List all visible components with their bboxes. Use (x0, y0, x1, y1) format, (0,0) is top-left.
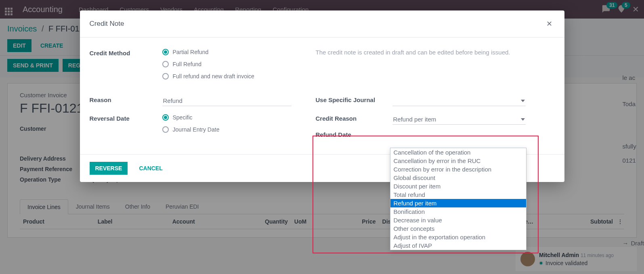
radio-icon (162, 49, 169, 55)
radio-full-refund-draft[interactable]: Full refund and new draft invoice (162, 73, 316, 79)
radio-icon (162, 114, 169, 121)
dropdown-option[interactable]: Discount per item (390, 182, 526, 190)
reason-input[interactable] (162, 96, 292, 106)
reason-label: Reason (90, 96, 162, 106)
cancel-button[interactable]: CANCEL (134, 162, 167, 175)
radio-specific-date[interactable]: Specific (162, 114, 316, 121)
radio-journal-entry-date[interactable]: Journal Entry Date (162, 126, 316, 133)
journal-label: Use Specific Journal (316, 96, 392, 106)
dropdown-option[interactable]: Adjust of IVAP (390, 241, 526, 250)
dropdown-option[interactable]: Other concepts (390, 224, 526, 233)
credit-method-label: Credit Method (90, 49, 162, 79)
radio-icon (162, 126, 169, 133)
dropdown-option[interactable]: Cancellation by error in the RUC (390, 157, 526, 165)
reverse-button[interactable]: REVERSE (90, 162, 128, 175)
credit-reason-label: Credit Reason (316, 114, 392, 125)
journal-select[interactable] (392, 96, 526, 106)
chevron-down-icon (521, 100, 525, 102)
refund-date-label: Refund Date (316, 130, 392, 138)
dropdown-option[interactable]: Cancellation of the operation (390, 148, 526, 157)
modal-title: Credit Note (90, 20, 124, 28)
radio-full-refund[interactable]: Full Refund (162, 61, 316, 67)
modal-overlay: Credit Note ✕ Credit Method Partial Refu… (0, 0, 644, 274)
dropdown-option[interactable]: Global discount (390, 174, 526, 182)
dropdown-option[interactable]: Bonification (390, 207, 526, 216)
radio-icon (162, 61, 169, 67)
dropdown-option[interactable]: Total refund (390, 190, 526, 199)
dropdown-option[interactable]: Decrease in value (390, 216, 526, 224)
dropdown-option[interactable]: Refund per item (390, 199, 526, 207)
credit-reason-dropdown: Cancellation of the operationCancellatio… (390, 148, 527, 250)
credit-reason-select[interactable]: Refund per item (392, 114, 526, 125)
dropdown-option[interactable]: Correction by error in the description (390, 165, 526, 174)
dropdown-option[interactable]: Adjust in the exportation operation (390, 233, 526, 241)
reversal-date-label: Reversal Date (90, 114, 162, 138)
chevron-down-icon (521, 118, 525, 121)
modal-hint: The credit note is created in draft and … (316, 49, 510, 79)
credit-note-modal: Credit Note ✕ Credit Method Partial Refu… (80, 10, 564, 182)
radio-icon (162, 73, 169, 79)
close-icon[interactable]: ✕ (544, 19, 555, 29)
radio-partial-refund[interactable]: Partial Refund (162, 49, 316, 55)
